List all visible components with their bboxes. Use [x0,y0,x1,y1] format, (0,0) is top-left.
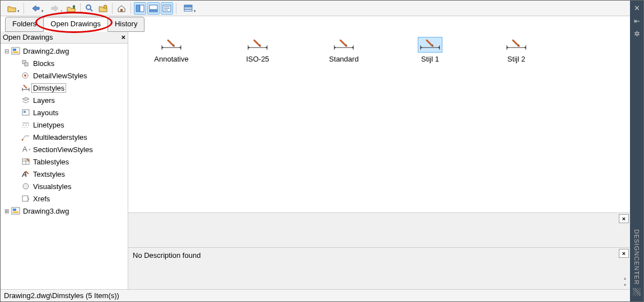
tree-node-layers[interactable]: Layers [3,94,128,106]
dimstyle-thumb-icon [504,37,529,53]
tree-node-detailviewstyles[interactable]: DetailViewStyles [3,69,128,82]
description-close-button[interactable]: × [619,249,629,258]
load-button[interactable]: ▾ [3,2,21,15]
tree-node-visualstyles[interactable]: Visualstyles [3,180,128,192]
tree-node-label: Layouts [32,108,60,117]
tree-close-button[interactable]: × [121,33,125,41]
detailview-icon [21,71,31,80]
description-pane: × No Description found ▴ ▾ [128,248,630,289]
scroll-up-button[interactable]: ▴ [621,275,629,281]
tree-toggle-button[interactable] [134,2,146,15]
tree-node-textstyles[interactable]: A Textstyles [3,168,128,180]
tree-node-tablestyles[interactable]: Tablestyles [3,155,128,168]
tree-node-label: Drawing2.dwg [22,47,70,55]
tree-node-drawing2[interactable]: ⊟ Drawing2.dwg [3,45,128,57]
item-label: ISO-25 [246,55,269,63]
svg-rect-15 [13,49,16,51]
views-button[interactable]: ▾ [179,2,197,15]
tab-open-drawings[interactable]: Open Drawings [43,17,108,32]
item-label: Standard [329,55,359,63]
tree-header: Open Drawings × [1,31,128,44]
blocks-icon [21,59,31,68]
tree-node-label: Tablestyles [32,158,70,166]
tree-node-xrefs[interactable]: Xrefs [3,192,128,205]
tree-expand-icon[interactable]: ⊞ [3,208,11,214]
svg-rect-11 [184,5,192,7]
tree-node-label: SectionViewStyles [32,145,94,154]
description-text: No Description found [133,251,200,259]
tree-panel: Open Drawings × ⊟ Drawing2.dwg Blocks De… [1,31,128,289]
favorites-button[interactable] [97,2,109,15]
tree-node-label: Xrefs [32,195,51,203]
dimstyle-thumb-icon [332,37,356,53]
preview-toggle-button[interactable] [147,2,160,15]
svg-rect-39 [13,211,18,213]
up-button[interactable] [65,2,77,15]
palette-pin-icon[interactable]: ⇤ [634,17,640,25]
tree-header-label: Open Drawings [3,33,53,41]
statusbar-text: Drawing2.dwg\Dimstyles (5 Item(s)) [4,291,119,300]
tree-node-sectionviewstyles[interactable]: A↔ SectionViewStyles [3,143,128,155]
item-standard[interactable]: Standard [307,36,380,64]
preview-pane: × [128,213,630,248]
tablestyles-icon [21,157,31,166]
palette-menu-icon[interactable]: ✲ [634,30,640,38]
dimstyle-thumb-icon [418,37,442,53]
items-area[interactable]: AnnotativeISO-25StandardStijl 1Stijl 2 [128,31,630,213]
tree-node-label: Linetypes [32,121,66,129]
dwg-file-icon [11,46,21,55]
svg-point-20 [24,74,26,77]
tab-folders[interactable]: Folders [5,17,44,32]
item-stijl2[interactable]: Stijl 2 [480,36,553,64]
tab-history[interactable]: History [108,17,144,32]
home-button[interactable] [115,2,128,15]
preview-close-button[interactable]: × [619,214,629,223]
palette-grip[interactable]: ✕ ⇤ ✲ DESIGNCENTER [630,1,643,301]
tree-node-label: Blocks [32,59,55,68]
svg-text:A↔: A↔ [22,145,30,153]
tree-node-linetypes[interactable]: Linetypes [3,119,128,131]
tree-collapse-icon[interactable]: ⊟ [3,48,11,54]
tree-node-multileaderstyles[interactable]: Multileaderstyles [3,131,128,143]
item-label: Annotative [154,55,188,63]
search-button[interactable] [83,2,96,15]
svg-rect-4 [140,5,144,12]
svg-rect-6 [150,10,157,12]
xrefs-icon [21,194,31,203]
svg-rect-5 [150,5,157,10]
item-stijl1[interactable]: Stijl 1 [394,36,466,64]
linetypes-icon [21,120,31,129]
svg-point-0 [86,5,91,10]
tree[interactable]: ⊟ Drawing2.dwg Blocks DetailViewStyles D… [1,44,128,289]
layers-icon [21,96,31,105]
tree-node-drawing3[interactable]: ⊞ Drawing3.dwg [3,205,128,217]
tree-node-label: Multileaderstyles [32,133,88,141]
tree-node-label: Visualstyles [32,182,72,191]
tree-node-label: DetailViewStyles [32,72,88,80]
tree-node-label: Dimstyles [32,84,66,92]
tree-node-label: Drawing3.dwg [22,207,70,215]
svg-rect-25 [24,111,26,113]
scroll-down-button[interactable]: ▾ [621,281,629,288]
palette-grip-icon[interactable] [633,288,641,296]
palette-close-icon[interactable]: ✕ [634,4,640,12]
svg-point-1 [104,5,107,8]
layouts-icon [21,108,31,117]
dimstyle-thumb-icon [245,37,270,53]
svg-rect-12 [184,7,192,9]
item-iso25[interactable]: ISO-25 [221,36,294,64]
svg-rect-36 [22,196,28,201]
svg-point-29 [22,139,24,141]
dwg-file-icon [11,206,21,215]
item-label: Stijl 1 [421,55,439,63]
tree-node-blocks[interactable]: Blocks [3,57,128,69]
back-button[interactable]: ▾ [27,2,45,15]
forward-button[interactable]: ▾ [46,2,64,15]
visualstyles-icon [21,182,31,191]
tree-node-dimstyles[interactable]: Dimstyles [3,82,128,94]
description-toggle-button[interactable] [161,2,173,15]
item-annotative[interactable]: Annotative [135,36,208,64]
tree-node-layouts[interactable]: Layouts [3,106,128,119]
tabs-bar: Folders Open Drawings History [1,16,630,31]
statusbar: Drawing2.dwg\Dimstyles (5 Item(s)) [1,289,630,301]
